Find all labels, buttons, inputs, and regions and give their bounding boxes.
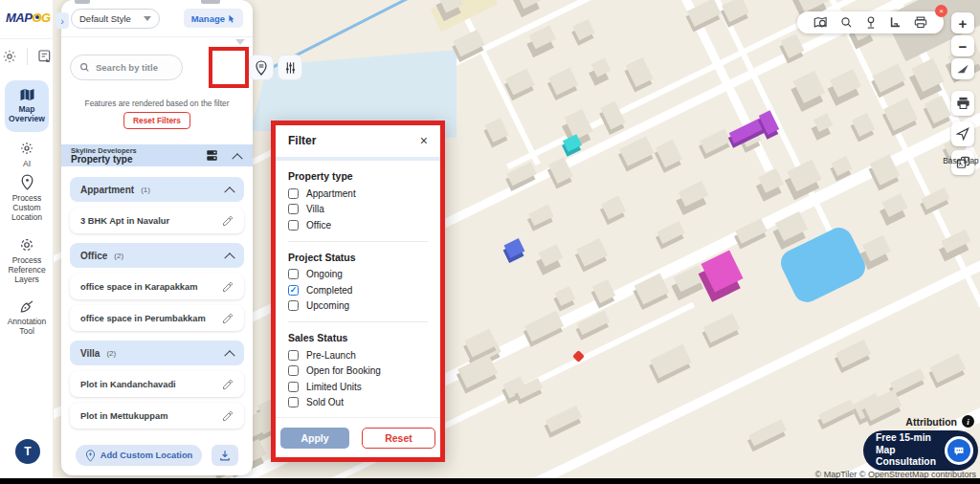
reset-filters-button[interactable]: Reset Filters [123, 112, 190, 129]
apply-button[interactable]: Apply [280, 428, 349, 449]
filter-option-pre-launch[interactable]: Pre-Launch [288, 347, 428, 363]
section-header-appartment[interactable]: Appartment(1) [70, 177, 244, 202]
map-building [929, 353, 965, 383]
map-building [758, 168, 784, 192]
sliders-icon [284, 61, 297, 75]
save-icon[interactable] [206, 149, 218, 162]
filter-option-label: Open for Booking [306, 365, 381, 376]
search-icon[interactable] [840, 16, 853, 29]
chevron-up-icon[interactable] [224, 350, 234, 361]
zoom-out-button[interactable]: − [951, 35, 974, 56]
user-avatar[interactable]: T [15, 439, 40, 464]
sidebar-item-map-overview[interactable]: MapOverview [5, 80, 49, 132]
section-header-villa[interactable]: Villa(2) [70, 341, 244, 365]
map-building [788, 160, 823, 192]
checkbox-unchecked[interactable] [288, 382, 299, 392]
sidebar-item-ai[interactable]: AI [0, 141, 54, 168]
info-icon[interactable]: i [962, 415, 974, 428]
consultation-button[interactable]: Free 15-min MapConsultation [863, 430, 978, 471]
attribution-label[interactable]: Attribution [905, 416, 957, 428]
filter-option-sold-out[interactable]: Sold Out [288, 395, 428, 411]
sidebar-item-annotation-tool[interactable]: AnnotationTool [0, 299, 54, 336]
property-sections: Appartment(1)3 BHK Apt in NavalurOffice(… [70, 173, 244, 429]
group-header[interactable]: Skyline Developers Property type [61, 144, 253, 166]
settings-icon[interactable] [2, 49, 17, 64]
filter-option-villa[interactable]: Villa [288, 202, 428, 218]
sidebar-item-process-custom-location[interactable]: ProcessCustomLocation [0, 174, 54, 222]
checkbox-unchecked[interactable] [288, 269, 299, 279]
compass-button[interactable] [951, 58, 974, 79]
filter-option-limited-units[interactable]: Limited Units [288, 379, 428, 395]
print-icon[interactable] [914, 16, 927, 29]
checkbox-unchecked[interactable] [288, 188, 299, 199]
map-building [835, 340, 871, 368]
property-item[interactable]: Plot in Kandanchavadi [70, 371, 244, 397]
checkbox-unchecked[interactable] [288, 365, 299, 376]
manage-button[interactable]: Manage [184, 9, 243, 28]
filter-group-title: Sales Status [288, 332, 428, 343]
property-item[interactable]: Plot in Mettukuppam [70, 403, 244, 429]
edit-icon[interactable] [222, 379, 234, 390]
checkbox-unchecked[interactable] [288, 220, 299, 231]
panel-collapse-button[interactable]: › [56, 12, 69, 29]
map-building [657, 221, 685, 244]
filter-option-ongoing[interactable]: Ongoing [288, 267, 428, 283]
zoom-in-button[interactable]: + [951, 12, 974, 33]
edit-icon[interactable] [222, 281, 234, 293]
chevron-up-icon[interactable] [224, 253, 234, 263]
close-icon[interactable]: × [420, 135, 428, 146]
highlight-building-blue[interactable] [504, 238, 525, 258]
style-select[interactable]: Default Style [71, 9, 160, 29]
drop-pin-icon[interactable] [865, 16, 877, 30]
map-building [590, 57, 611, 77]
section-header-office[interactable]: Office(2) [70, 243, 244, 268]
map-search-area-icon[interactable] [813, 16, 828, 29]
filter-option-appartment[interactable]: Appartment [288, 186, 428, 202]
map-building [514, 0, 542, 9]
map-building [703, 314, 740, 343]
chevron-up-icon[interactable] [224, 187, 234, 197]
toolbar-close-badge[interactable]: × [935, 5, 947, 17]
edit-icon[interactable] [222, 215, 234, 227]
edit-icon[interactable] [222, 313, 234, 324]
map-building [601, 195, 626, 219]
checkbox-unchecked[interactable] [288, 397, 299, 407]
filter-option-open-for-booking[interactable]: Open for Booking [288, 363, 428, 380]
search-input[interactable]: Search by title [70, 55, 183, 80]
checkbox-unchecked[interactable] [288, 300, 299, 311]
sidebar-item-process-reference-layers[interactable]: ProcessReferenceLayers [0, 237, 54, 284]
filter-option-upcoming[interactable]: Upcoming [288, 298, 428, 315]
map-building [548, 67, 578, 95]
property-item-label: office space in Karapakkam [80, 282, 197, 292]
add-custom-location-button[interactable]: Add Custom Location [76, 445, 203, 466]
checkbox-unchecked[interactable] [288, 204, 299, 214]
locate-button[interactable] [951, 121, 974, 146]
scrollbar[interactable] [276, 157, 440, 161]
checkbox-checked[interactable]: ✓ [288, 285, 299, 296]
mapog-logo: MAPOG [6, 11, 51, 25]
chevron-down-icon[interactable] [235, 39, 245, 45]
property-item[interactable]: 3 BHK Apt in Navalur [70, 208, 244, 233]
filter-option-label: Sold Out [306, 397, 344, 407]
map-building [484, 118, 508, 142]
edit-icon[interactable] [222, 410, 234, 422]
filter-option-label: Limited Units [306, 382, 362, 392]
print-map-button[interactable] [951, 91, 974, 116]
pin-filter-button[interactable] [249, 55, 274, 80]
section-label: Villa [80, 348, 100, 359]
export-button[interactable] [212, 445, 238, 466]
property-item[interactable]: office space in Karapakkam [70, 274, 244, 299]
notes-icon[interactable] [37, 49, 53, 64]
filter-sliders-button[interactable] [278, 55, 302, 80]
reset-button[interactable]: Reset [362, 428, 435, 449]
filter-option-completed[interactable]: ✓Completed [288, 282, 428, 298]
annotation-red-rect-filter-button [209, 47, 249, 88]
measure-icon[interactable] [889, 16, 902, 29]
divider [0, 38, 54, 39]
divider [27, 48, 28, 65]
filter-option-office[interactable]: Office [288, 217, 428, 233]
filter-option-label: Ongoing [306, 269, 343, 279]
property-item[interactable]: office space in Perumbakkam [70, 305, 244, 331]
map-building [830, 69, 861, 98]
checkbox-unchecked[interactable] [288, 350, 299, 361]
